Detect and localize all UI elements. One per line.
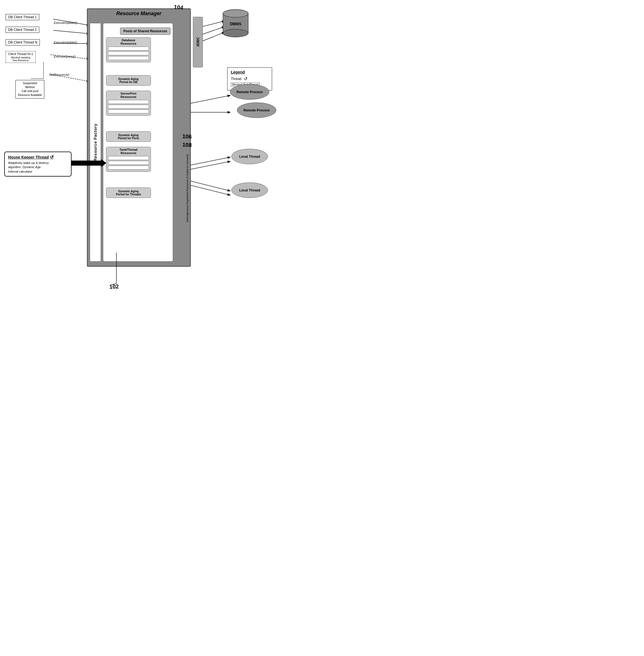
dynamic-aging-threads-section: Dynamic AgingPeriod for Threads bbox=[106, 188, 151, 198]
thread-icon: ↺ bbox=[244, 76, 247, 81]
jdbc-box: JDBC bbox=[193, 17, 203, 67]
serverport-resources-section: ServerPortResources bbox=[106, 91, 151, 116]
db-client-thread-n-box: DB Client Thread N bbox=[6, 39, 40, 45]
housekeeper-thread-icon: ↺ bbox=[50, 154, 53, 160]
local-thread-2-label: Local Thread bbox=[239, 188, 260, 192]
database-resources-section: DatabaseResources bbox=[106, 37, 151, 62]
task-thread-resources-section: Task/ThreadResources bbox=[106, 147, 151, 172]
client-n1-sub-label: Blocked Awaitingfree Resource bbox=[8, 56, 33, 62]
db-bar-1 bbox=[108, 47, 149, 50]
number-108: 108 bbox=[182, 141, 192, 149]
heterogeneous-label: Heterogeneous Registered Resources (Crea… bbox=[186, 26, 189, 222]
dbms-cylinder: DBMS bbox=[222, 8, 250, 39]
db-client-thread-2-box: DB Client Thread 2 bbox=[6, 27, 39, 33]
jdbc-label: JDBC bbox=[196, 37, 200, 47]
resource-factory-label: Resource Factory bbox=[93, 124, 98, 161]
get-resource-label: GetResuorce() bbox=[49, 73, 69, 76]
remote-process-1: Remote Process bbox=[230, 84, 269, 100]
local-thread-2: Local Thread bbox=[231, 182, 268, 198]
svg-point-24 bbox=[223, 29, 248, 37]
suspended-box: SuspendedMethodCall until poolResource A… bbox=[16, 80, 44, 99]
legend-thread-item: Thread ↺ bbox=[231, 76, 269, 81]
resource-factory-box: Resource Factory bbox=[90, 23, 101, 262]
suspended-text: SuspendedMethodCall until poolResource A… bbox=[18, 81, 42, 97]
sp-bar-1 bbox=[108, 100, 149, 104]
task-thread-resources-title: Task/ThreadResources bbox=[106, 147, 151, 155]
rm-inner-area: Pools of Shared Resources DatabaseResour… bbox=[103, 23, 173, 262]
pools-shared-label: Pools of Shared Resources bbox=[123, 29, 167, 33]
local-thread-1-label: Local Thread bbox=[239, 155, 260, 159]
tt-bar-3 bbox=[108, 166, 149, 170]
housekeeper-title-text: House Keeper Thread bbox=[8, 155, 49, 159]
legend-title: Legend bbox=[231, 70, 269, 74]
serverport-resources-title: ServerPortResources bbox=[106, 91, 151, 99]
legend-thread-label: Thread bbox=[231, 77, 242, 81]
tt-bar-1 bbox=[108, 156, 149, 160]
execute-update-1-label: ExecuteUpdate() bbox=[54, 21, 77, 24]
sp-bar-2 bbox=[108, 105, 149, 109]
resource-manager-title: Resource Manager bbox=[88, 11, 190, 17]
remote-process-2-label: Remote Process bbox=[244, 108, 270, 112]
sp-bar-3 bbox=[108, 109, 149, 113]
number-106: 106 bbox=[182, 133, 192, 140]
dynamic-aging-ports-title: Dynamic AgingPeriod for Ports bbox=[108, 133, 149, 140]
dynamic-aging-ports-section: Dynamic AgingPeriod for Ports bbox=[106, 131, 151, 142]
database-resources-title: DatabaseResources bbox=[106, 38, 151, 46]
svg-line-1 bbox=[53, 30, 89, 34]
remote-process-2: Remote Process bbox=[237, 103, 276, 118]
client-n1-label: Client Thread N+1 bbox=[8, 52, 33, 56]
resource-manager-box: Resource Manager Resource Factory Pools … bbox=[87, 8, 191, 267]
housekeeper-box: House Keeper Thread ↺ Adaptively wake-up… bbox=[4, 152, 71, 177]
housekeeper-title: House Keeper Thread ↺ bbox=[8, 154, 68, 160]
number-102: 102 bbox=[109, 283, 119, 290]
remote-process-1-label: Remote Process bbox=[236, 90, 263, 94]
db-bar-2 bbox=[108, 51, 149, 55]
client-thread-n1-box: Client Thread N+1 Blocked Awaitingfree R… bbox=[6, 51, 36, 63]
local-thread-1: Local Thread bbox=[231, 149, 268, 164]
execute-update-2-label: ExecuteUpdate() bbox=[54, 41, 77, 44]
tt-bar-2 bbox=[108, 161, 149, 165]
thick-arrow-housekeeper bbox=[71, 160, 102, 166]
diagram: DB Client Thread 1 DB Client Thread 2 DB… bbox=[0, 0, 322, 328]
dynamic-aging-threads-title: Dynamic AgingPeriod for Threads bbox=[108, 189, 149, 196]
housekeeper-desc: Adaptively wake-up & destroyalgorithm. D… bbox=[8, 161, 68, 174]
number-104: 104 bbox=[174, 4, 183, 11]
svg-point-25 bbox=[223, 9, 248, 17]
dynamic-aging-db-title: Dynamic AgingPeriod for DB bbox=[108, 76, 149, 84]
pools-shared-box: Pools of Shared Resources bbox=[120, 27, 170, 35]
db-client-thread-1-box: DB Client Thread 1 bbox=[6, 14, 39, 20]
dynamic-aging-db-section: Dynamic AgingPeriod for DB bbox=[106, 75, 151, 86]
execute-query-label: ExecuteQuery() bbox=[54, 55, 75, 58]
db-bar-3 bbox=[108, 56, 149, 60]
svg-text:DBMS: DBMS bbox=[230, 22, 241, 26]
